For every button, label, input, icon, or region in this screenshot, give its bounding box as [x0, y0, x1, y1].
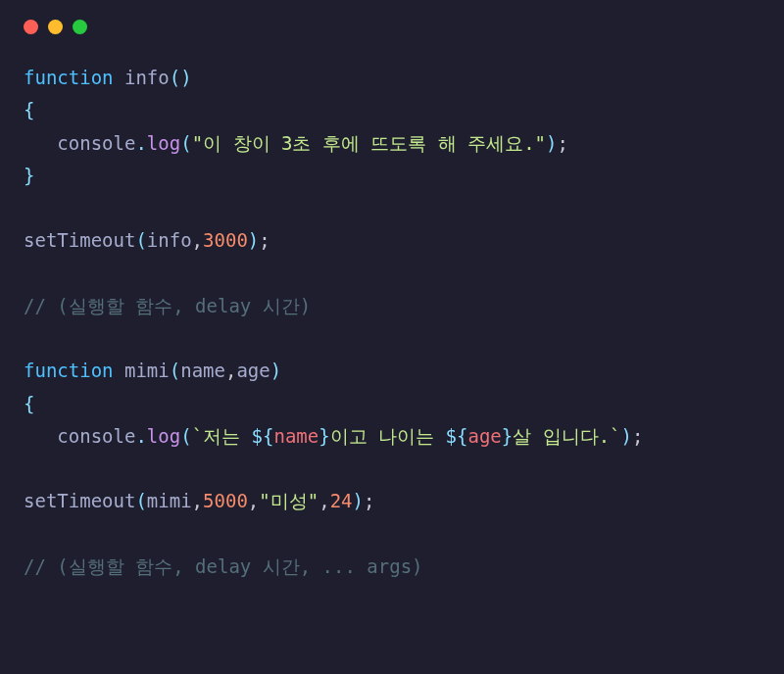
comma: ,: [318, 490, 329, 511]
function-name-info: info: [124, 67, 170, 88]
argument-info: info: [147, 229, 192, 251]
code-window: function info() { console.log("이 창이 3초 후…: [0, 0, 784, 674]
keyword-function: function: [24, 360, 114, 381]
template-backtick: `: [192, 425, 203, 447]
string-literal: 이 창이 3초 후에 뜨도록 해 주세요.: [203, 132, 535, 154]
template-string: 살 입니다.: [513, 425, 610, 447]
brace: {: [24, 393, 34, 414]
template-string: 이고 나이는: [330, 425, 446, 447]
param-age: age: [236, 360, 270, 381]
comment-line: // (실행할 함수, delay 시간): [24, 295, 311, 316]
semicolon: ;: [364, 490, 374, 511]
close-icon[interactable]: [24, 20, 38, 34]
param-name: name: [180, 360, 225, 381]
comma: ,: [225, 360, 236, 381]
function-call-settimeout: setTimeout: [24, 229, 135, 251]
template-var-name: name: [273, 425, 318, 447]
comma: ,: [192, 490, 203, 511]
indent: [24, 425, 57, 447]
minimize-icon[interactable]: [48, 20, 63, 34]
dot-operator: .: [135, 132, 146, 154]
string-quote: ": [535, 132, 546, 154]
identifier-console: console: [57, 132, 135, 154]
template-interp-open: ${: [446, 425, 468, 447]
comment-line: // (실행할 함수, delay 시간, ... args): [24, 555, 423, 577]
template-interp-open: ${: [252, 425, 274, 447]
comma: ,: [248, 490, 259, 511]
brace: }: [24, 165, 34, 186]
paren: (: [170, 360, 180, 381]
function-name-mimi: mimi: [124, 360, 170, 381]
semicolon: ;: [259, 229, 270, 251]
number-literal: 5000: [203, 490, 248, 511]
semicolon: ;: [558, 132, 568, 154]
string-literal: 미성: [270, 490, 308, 511]
paren: (: [180, 132, 191, 154]
template-backtick: `: [610, 425, 620, 447]
paren: ): [180, 67, 191, 88]
template-string: 저는: [203, 425, 251, 447]
template-interp-close: }: [318, 425, 329, 447]
number-literal: 24: [330, 490, 353, 511]
paren: ): [270, 360, 281, 381]
method-log: log: [147, 425, 180, 447]
paren: ): [248, 229, 259, 251]
function-call-settimeout: setTimeout: [24, 490, 135, 511]
string-quote: ": [192, 132, 203, 154]
window-titlebar: [24, 20, 760, 34]
paren: (: [180, 425, 191, 447]
method-log: log: [147, 132, 180, 154]
brace: {: [24, 99, 34, 120]
keyword-function: function: [24, 67, 114, 88]
paren: ): [353, 490, 364, 511]
semicolon: ;: [632, 425, 643, 447]
paren: (: [135, 490, 146, 511]
string-quote: ": [308, 490, 318, 511]
dot-operator: .: [135, 425, 146, 447]
paren: ): [621, 425, 632, 447]
indent: [24, 132, 57, 154]
paren: ): [546, 132, 557, 154]
number-literal: 3000: [203, 229, 248, 251]
paren: (: [170, 67, 180, 88]
comma: ,: [192, 229, 203, 251]
argument-mimi: mimi: [147, 490, 192, 511]
template-var-age: age: [467, 425, 501, 447]
identifier-console: console: [57, 425, 135, 447]
maximize-icon[interactable]: [73, 20, 87, 34]
template-interp-close: }: [502, 425, 513, 447]
string-quote: ": [259, 490, 270, 511]
paren: (: [135, 229, 146, 251]
code-content: function info() { console.log("이 창이 3초 후…: [24, 62, 760, 583]
